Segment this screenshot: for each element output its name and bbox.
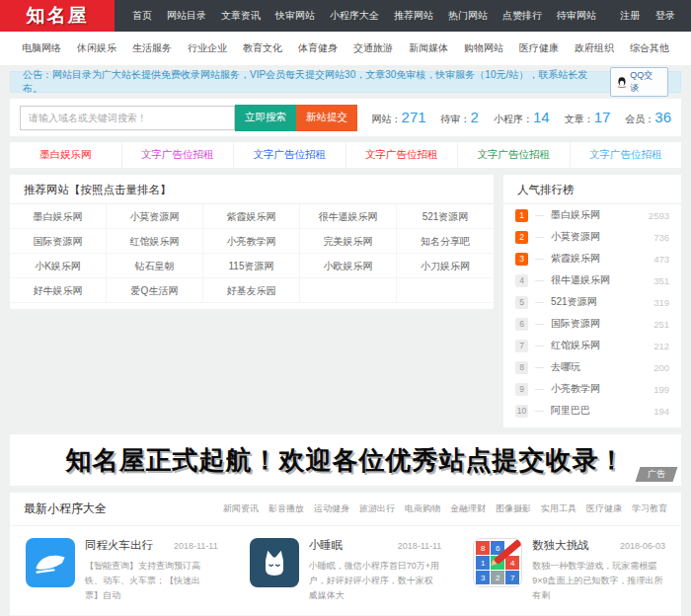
search-input[interactable] [20,106,235,130]
category-life[interactable]: 生活服务 [132,41,172,55]
rank-badge: 5 [515,296,528,309]
miniapp-link-medical[interactable]: 医疗健康 [586,502,622,515]
site-link[interactable]: 钻石皇朝 [107,254,203,278]
site-link[interactable]: 完美娱乐网 [300,229,397,254]
nav-articles[interactable]: 文章资讯 [221,9,261,23]
ranking-row[interactable]: 8 — 去哪玩 200 [503,356,681,378]
register-link[interactable]: 注册 [620,9,640,23]
rank-site-name[interactable]: 小莫资源网 [551,230,653,244]
category-education[interactable]: 教育文化 [243,41,282,55]
miniapp-card[interactable]: 小睡眠 2018-11-11 小睡眠，微信小程序首日70万+用户，好评好评小程序… [234,526,458,616]
promo-banner[interactable]: 知名屋正式起航！欢迎各位优秀站点提交收录！ 广告 [10,434,681,486]
ranking-title: 人气排行榜 [503,175,681,204]
site-link[interactable]: 小K娱乐网 [10,254,107,278]
miniapp-link-study[interactable]: 学习教育 [632,502,667,515]
rank-dash-icon: — [535,341,544,350]
stat-sites-label: 网站： [372,113,402,126]
site-link[interactable]: 知名分享吧 [397,229,494,254]
rank-site-name[interactable]: 去哪玩 [551,360,653,374]
ranking-row[interactable]: 4 — 很牛逼娱乐网 351 [503,270,681,291]
ad-link[interactable]: 文字广告位招租 [458,142,571,168]
rank-site-name[interactable]: 小亮教学网 [551,382,653,396]
ranking-row[interactable]: 3 — 紫霞娱乐网 473 [503,248,681,270]
rank-site-name[interactable]: 墨白娱乐网 [551,208,649,222]
miniapp-link-tools[interactable]: 实用工具 [541,502,576,515]
nav-miniapps[interactable]: 小程序大全 [330,9,379,23]
stat-members-value: 36 [654,109,671,125]
rank-site-name[interactable]: 紫霞娱乐网 [551,252,653,266]
rank-site-name[interactable]: 很牛逼娱乐网 [551,273,653,287]
miniapp-category-links: 新闻资讯 影音播放 运动健身 旅游出行 电商购物 金融理财 图像摄影 实用工具 … [223,502,667,515]
site-link[interactable]: 小刀娱乐网 [397,254,494,278]
category-industry[interactable]: 行业企业 [188,41,227,55]
nav-site-directory[interactable]: 网站目录 [167,9,206,23]
category-leisure[interactable]: 休闲娱乐 [77,41,116,55]
nav-home[interactable]: 首页 [132,9,152,23]
miniapp-card[interactable]: 8 6 1 4 3 2 7 数独大挑战 2018-06 [457,526,681,616]
category-travel[interactable]: 交通旅游 [353,41,393,55]
miniapp-card[interactable]: 同程火车出行 2018-11-11 【智能查询】支持查询预订高铁、动车、火车票；… [10,526,234,616]
login-link[interactable]: 登录 [655,9,675,23]
rank-dash-icon: — [535,254,544,264]
ad-link[interactable]: 文字广告位招租 [571,142,682,168]
rank-site-name[interactable]: 国际资源网 [551,317,653,331]
category-medical[interactable]: 医疗健康 [519,41,559,55]
miniapp-link-news[interactable]: 新闻资讯 [223,502,259,515]
site-link[interactable]: 红馆娱乐网 [107,229,203,254]
site-link[interactable]: 国际资源网 [10,229,107,254]
qq-chat-button[interactable]: QQ交谈 [610,67,668,97]
nav-hot-sites[interactable]: 热门网站 [448,9,488,23]
category-news[interactable]: 新闻媒体 [409,41,448,55]
ad-link[interactable]: 文字广告位招租 [234,142,346,168]
category-government[interactable]: 政府组织 [575,41,614,55]
miniapp-link-shopping[interactable]: 电商购物 [405,502,440,515]
ranking-row[interactable]: 5 — 521资源网 319 [503,291,681,313]
nav-fast-review[interactable]: 快审网站 [275,9,315,23]
ranking-row[interactable]: 1 — 墨白娱乐网 2593 [503,204,681,226]
ranking-row[interactable]: 6 — 国际资源网 251 [503,313,681,335]
site-link[interactable]: 小亮教学网 [203,229,300,254]
ranking-row[interactable]: 2 — 小莫资源网 736 [503,226,681,248]
miniapp-link-fitness[interactable]: 运动健身 [314,502,349,515]
ranking-row[interactable]: 10 — 阿里巴巴 194 [503,400,681,422]
ranking-row[interactable]: 7 — 红馆娱乐网 212 [503,335,681,356]
site-link[interactable]: 小莫资源网 [107,204,203,229]
category-sports[interactable]: 体育健身 [298,41,338,55]
nav-pending-sites[interactable]: 待审网站 [557,9,596,23]
stat-articles-value: 17 [594,109,611,125]
ad-link[interactable]: 墨白娱乐网 [10,142,122,168]
nav-likes-ranking[interactable]: 点赞排行 [502,9,542,23]
recommended-sites-title: 推荐网站【按照点击量排名】 [10,175,494,204]
site-link[interactable]: 墨白娱乐网 [10,204,107,229]
site-link[interactable]: 好基友乐园 [203,278,300,303]
miniapp-link-travel[interactable]: 旅游出行 [359,502,395,515]
rank-site-name[interactable]: 521资源网 [551,295,653,309]
miniapp-link-finance[interactable]: 金融理财 [450,502,486,515]
auth-links: 注册 登录 [620,9,675,23]
site-link[interactable]: 很牛逼娱乐网 [300,204,397,229]
rank-site-name[interactable]: 阿里巴巴 [551,404,653,418]
search-section: 立即搜索 新站提交 网站：271 待审：2 小程序：14 文章：17 会员：36 [10,99,681,136]
stat-sites-value: 271 [402,109,426,125]
category-computer[interactable]: 电脑网络 [22,41,61,55]
ad-link[interactable]: 文字广告位招租 [346,142,459,168]
site-link[interactable]: 115资源网 [203,254,300,278]
rank-site-name[interactable]: 红馆娱乐网 [551,339,653,352]
miniapp-link-photo[interactable]: 图像摄影 [496,502,531,515]
site-link[interactable]: 紫霞娱乐网 [203,204,300,229]
category-misc[interactable]: 综合其他 [630,41,669,55]
ranking-row[interactable]: 9 — 小亮教学网 199 [503,378,681,400]
site-link[interactable]: 小欧娱乐网 [300,254,397,278]
category-shopping[interactable]: 购物网站 [464,41,503,55]
site-link[interactable]: 好牛娱乐网 [10,278,107,303]
miniapp-date: 2018-11-11 [398,541,442,551]
rank-count: 212 [653,341,669,351]
nav-recommended[interactable]: 推荐网站 [394,9,433,23]
submit-site-button[interactable]: 新站提交 [296,105,357,131]
site-logo[interactable]: 知名屋 [0,0,115,32]
search-button[interactable]: 立即搜索 [235,105,296,131]
miniapp-link-media[interactable]: 影音播放 [269,502,304,515]
site-link[interactable]: 爱Q生活网 [107,278,203,303]
ad-link[interactable]: 文字广告位招租 [122,142,235,168]
site-link[interactable]: 521资源网 [397,204,494,229]
